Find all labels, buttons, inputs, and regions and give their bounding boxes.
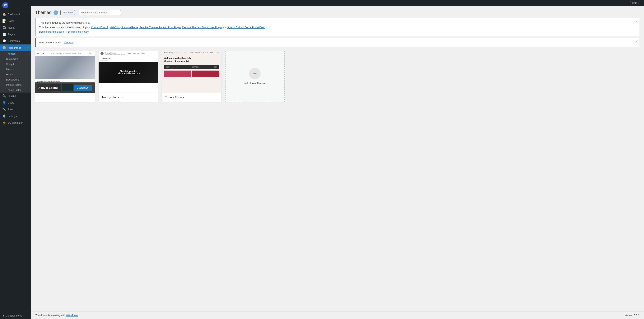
submenu-item-themes[interactable]: Themes	[0, 51, 31, 56]
notice-actions: Begin installing plugins | Dismiss this …	[39, 30, 636, 34]
media-icon: 🖼	[2, 26, 6, 29]
sidebar: W 🏠 Dashboard 📝 Posts 🖼 Media 📄 Pages 💬 …	[0, 0, 31, 319]
collapse-menu-button[interactable]: ◀ Collapse menu	[0, 312, 31, 319]
footer-text: Thank you for creating with WordPress.	[35, 314, 79, 317]
footer-version: Version 5.3.1	[625, 314, 640, 317]
revolve-popular-link[interactable]: Revolve Themes Popular Post Plugin	[140, 26, 181, 29]
collapse-label: Collapse menu	[6, 314, 22, 317]
t19-tagline: The WordPress default theme for 2019	[105, 54, 125, 55]
submenu-item-menus[interactable]: Menus	[0, 67, 31, 72]
sidebar-item-label: Tools	[8, 108, 14, 111]
page-footer: Thank you for creating with WordPress. V…	[31, 311, 644, 319]
sidebar-item-label: Posts	[8, 20, 14, 22]
footer-static-text: Thank you for creating with	[35, 314, 65, 317]
t19-logo-circle	[100, 52, 104, 55]
activation-notice-dismiss[interactable]: ✕	[635, 40, 638, 43]
sidebar-item-appearance[interactable]: 🎨 Appearance ◀	[0, 44, 31, 51]
t20-gallery-img-2	[192, 70, 220, 77]
pipe-separator: |	[66, 30, 66, 33]
submenu-item-install-plugins[interactable]: Install Plugins	[0, 82, 31, 88]
sidebar-item-tools[interactable]: 🔧 Tools	[0, 106, 31, 113]
soigne-nav-icons: 🔍 ☰	[89, 52, 93, 54]
help-button[interactable]: Help ▾	[630, 1, 641, 5]
sg-optimizer-icon: ⚡	[2, 121, 6, 124]
contact-form-7-link[interactable]: Contact Form 7	[91, 26, 108, 29]
submenu-item-background[interactable]: Background	[0, 77, 31, 82]
active-theme-overlay: Active: Soigne Customize	[35, 82, 95, 93]
sidebar-item-plugins[interactable]: 🔌 Plugins	[0, 92, 31, 99]
sidebar-item-label: Settings	[8, 115, 17, 118]
admin-topbar: Help ▾	[31, 0, 644, 6]
sidebar-item-label: Dashboard	[8, 13, 20, 16]
begin-installing-link[interactable]: Begin installing plugins	[39, 30, 64, 33]
theme-card-twenty-twenty[interactable]: Twenty Twenty The Default Theme for 2020…	[162, 51, 221, 102]
twenty-twenty-label: Twenty Twenty	[162, 93, 221, 101]
t20-preview: Twenty Twenty The Default Theme for 2020…	[162, 51, 221, 93]
tools-icon: 🔧	[2, 108, 6, 111]
sidebar-item-posts[interactable]: 📝 Posts	[0, 18, 31, 24]
t20-hero-text: Welcome to the SwedishMuseum of Modern A…	[162, 55, 221, 65]
active-theme-name: Soigne	[49, 86, 58, 89]
wp-logo-icon: W	[2, 2, 8, 8]
active-theme-label: Active: Soigne	[38, 86, 58, 89]
activation-text: New theme activated. Visit site	[39, 41, 636, 44]
notice-line-2: This theme recommends the following plug…	[39, 26, 636, 29]
t19-site-title: Twenty Nineteen	[105, 52, 125, 54]
sidebar-item-sg-optimizer[interactable]: ⚡ SG Optimizer	[0, 120, 31, 126]
add-new-theme-card[interactable]: + Add New Theme	[225, 51, 284, 102]
page-header: Themes 3 Add New	[35, 10, 640, 15]
theme-count-badge: 3	[54, 10, 58, 15]
visit-site-link[interactable]: Visit site	[64, 41, 73, 44]
soigne-nav: soigné HOMEFEATURESTEXT STYLESABOUTCONTA…	[35, 51, 95, 56]
mailchimp-link[interactable]: MailChimp for WordPress	[110, 26, 138, 29]
smash-balloon-link[interactable]: Smash Balloon Social Photo Feed	[227, 26, 265, 29]
main-content: Help ▾ Themes 3 Add New This theme requi…	[31, 0, 644, 319]
posts-icon: 📝	[2, 19, 6, 23]
submenu-item-theme-editor[interactable]: Theme Editor	[0, 88, 31, 92]
submenu-item-header[interactable]: Header	[0, 72, 31, 77]
content-area: Themes 3 Add New This theme requires the…	[31, 6, 644, 311]
notice-line-1: This theme requires the following plugin…	[39, 21, 636, 25]
sidebar-item-dashboard[interactable]: 🏠 Dashboard	[0, 11, 31, 18]
chevron-right-icon: ◀	[27, 47, 28, 49]
notice-dismiss-button[interactable]: ✕	[635, 20, 638, 24]
sidebar-item-users[interactable]: 👤 Users	[0, 99, 31, 106]
add-new-button[interactable]: Add New	[60, 10, 75, 15]
t19-welcome-text: Welcome	[100, 56, 108, 61]
users-icon: 👤	[2, 101, 6, 104]
activation-notice: New theme activated. Visit site ✕	[35, 38, 640, 47]
dashboard-icon: 🏠	[2, 12, 6, 16]
submenu-item-widgets[interactable]: Widgets	[0, 62, 31, 67]
revolve-shortcodes-link[interactable]: Revolve Themes Shortcodes Plugin	[182, 26, 222, 29]
t19-topbar: Twenty Nineteen The WordPress default th…	[98, 51, 158, 56]
sidebar-logo: W	[0, 0, 31, 11]
appearance-section: 🎨 Appearance ◀ Themes Customize Widgets …	[0, 44, 31, 92]
add-new-theme-label: Add New Theme	[244, 82, 266, 85]
submenu-item-customize[interactable]: Customize	[0, 56, 31, 62]
t19-hero-text: Digital strategy forunique small busines…	[117, 70, 140, 74]
search-input[interactable]	[79, 10, 121, 15]
t20-gallery	[162, 70, 221, 78]
twenty-nineteen-label: Twenty Nineteen	[98, 93, 158, 101]
sidebar-item-pages[interactable]: 📄 Pages	[0, 31, 31, 38]
plugin-required-notice: This theme requires the following plugin…	[35, 18, 640, 36]
dismiss-notice-link[interactable]: Dismiss this notice	[68, 30, 89, 33]
sidebar-item-media[interactable]: 🖼 Media	[0, 24, 31, 31]
t20-nav-items: PAGESSUBPAGESABOUT US ▾News ⋯🔍	[190, 52, 220, 54]
sidebar-item-settings[interactable]: ⚙️ Settings	[0, 113, 31, 120]
theme-card-soigne[interactable]: soigné HOMEFEATURESTEXT STYLESABOUTCONTA…	[35, 51, 95, 102]
soigne-nav-links: HOMEFEATURESTEXT STYLESABOUTCONTACT	[51, 53, 82, 54]
soigne-logo-text: soigné	[37, 52, 44, 54]
appearance-icon: 🎨	[2, 46, 6, 50]
kirki-link[interactable]: Kirki	[84, 21, 89, 24]
sidebar-item-comments[interactable]: 💬 Comments	[0, 38, 31, 44]
sidebar-item-label: SG Optimizer	[8, 121, 23, 124]
customize-button[interactable]: Customize	[74, 85, 92, 91]
add-new-plus-icon: +	[249, 68, 261, 79]
theme-card-twenty-nineteen[interactable]: Twenty Nineteen The WordPress default th…	[98, 51, 158, 102]
t20-topnav: Twenty Twenty The Default Theme for 2020…	[162, 51, 221, 55]
sidebar-item-label: Users	[8, 101, 14, 104]
wordpress-link[interactable]: WordPress	[66, 314, 78, 317]
sidebar-item-label: Pages	[8, 33, 15, 36]
t20-info-bar: ADDRESS123 Storgatan, Umeå OPEN TODAY9:0…	[164, 65, 220, 70]
